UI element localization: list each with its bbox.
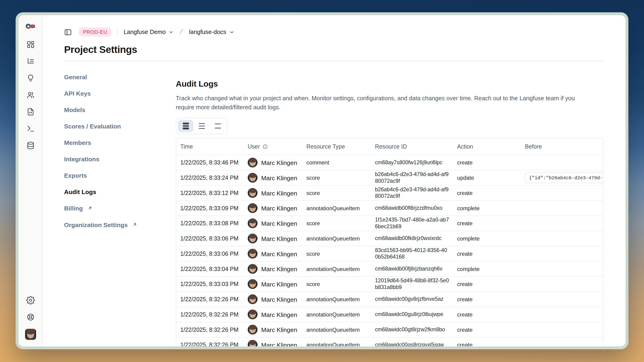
cell-time: 1/22/2025, 8:33:09 PM: [176, 201, 244, 216]
cell-user: Marc Klingen: [244, 246, 302, 261]
row-height-tall-icon[interactable]: [210, 120, 226, 132]
file-code-icon[interactable]: [26, 107, 35, 117]
cell-time: 1/22/2025, 8:32:26 PM: [176, 292, 244, 307]
user-avatar: [248, 294, 258, 304]
arrow-up-right-icon: [88, 206, 92, 210]
trace-tree-icon[interactable]: [26, 57, 35, 66]
cell-before: [521, 292, 603, 307]
lightbulb-icon[interactable]: [26, 73, 35, 83]
breadcrumb: PROD-EU Langfuse Demo langfuse-docs: [64, 26, 603, 37]
cell-time: 1/22/2025, 8:33:06 PM: [176, 246, 244, 261]
user-avatar: [248, 264, 258, 274]
settings-nav-item-audit-logs[interactable]: Audit Logs: [64, 188, 176, 196]
cell-action: create: [453, 185, 521, 201]
settings-nav-item-general[interactable]: General: [64, 72, 176, 81]
cell-resource-id: 83cd1563-bb95-4012-8356-400b52b64168: [371, 246, 453, 261]
cell-action: complete: [453, 201, 521, 216]
user-name: Marc Klingen: [261, 296, 297, 303]
table-row: 1/22/2025, 8:33:24 PM Marc Klingen score…: [176, 170, 603, 185]
project-dropdown[interactable]: langfuse-docs: [189, 29, 234, 35]
settings-nav-item-organization-settings[interactable]: Organization Settings: [64, 220, 176, 229]
cell-resource-id: cm68ay7s800fw126j9uri6lpc: [371, 155, 453, 170]
cell-before: [521, 201, 603, 216]
table-row: 1/22/2025, 8:33:04 PM Marc Klingen annot…: [176, 261, 603, 277]
table-row: 1/22/2025, 8:33:12 PM Marc Klingen score…: [176, 185, 603, 201]
cell-time: 1/22/2025, 8:32:26 PM: [176, 337, 244, 347]
user-avatar: [248, 218, 258, 228]
settings-nav-item-billing[interactable]: Billing: [64, 204, 176, 212]
cell-resource-id: cm68awidc00gv8rjzfbnve5az: [371, 292, 453, 307]
dashboard-grid-icon[interactable]: [26, 40, 35, 49]
user-name: Marc Klingen: [261, 189, 297, 196]
user-avatar: [248, 203, 258, 213]
section-title: Audit Logs: [176, 79, 603, 89]
settings-nav-item-api-keys[interactable]: API Keys: [64, 89, 176, 97]
user-avatar: [248, 249, 258, 259]
cell-resource-id: cm68awidb00fl8rjzzdfmu0xo: [371, 201, 453, 216]
cell-action: create: [453, 246, 521, 261]
terminal-icon[interactable]: [26, 124, 35, 133]
cell-user: Marc Klingen: [244, 201, 302, 216]
settings-nav-item-members[interactable]: Members: [64, 138, 176, 147]
organization-dropdown[interactable]: Langfuse Demo: [124, 29, 174, 35]
content-area: PROD-EU Langfuse Demo langfuse-docs Proj…: [43, 15, 626, 347]
user-avatar: [248, 340, 258, 347]
settings-nav-item-exports[interactable]: Exports: [64, 171, 176, 179]
user-name: Marc Klingen: [261, 235, 297, 242]
settings-nav-item-integrations[interactable]: Integrations: [64, 155, 176, 163]
cell-before: [521, 337, 603, 347]
organization-name: Langfuse Demo: [124, 29, 166, 35]
column-header-before: Before: [521, 138, 603, 155]
before-json-preview[interactable]: {"id":"b26ab4c6-d2e3-479d-a: [525, 172, 603, 183]
cell-before: [521, 155, 603, 170]
cell-time: 1/22/2025, 8:33:24 PM: [176, 170, 244, 185]
settings-nav-item-scores-evaluation[interactable]: Scores / Evaluation: [64, 122, 176, 130]
cell-resource-id: cm68awidb00fk8rjz0wxixrdc: [371, 231, 453, 246]
cell-time: 1/22/2025, 8:33:06 PM: [176, 231, 244, 246]
cell-resource-id: cm68awidb00fj8rjzbanzqh6v: [371, 261, 453, 277]
user-name: Marc Klingen: [261, 159, 297, 166]
user-avatar: [248, 234, 258, 244]
environment-badge: PROD-EU: [79, 27, 111, 36]
settings-nav-item-models[interactable]: Models: [64, 106, 176, 114]
info-icon[interactable]: [262, 144, 268, 149]
chevron-down-icon: [168, 29, 174, 35]
table-row: 1/22/2025, 8:32:26 PM Marc Klingen annot…: [176, 322, 603, 337]
cell-time: 1/22/2025, 8:33:03 PM: [176, 277, 244, 292]
user-avatar: [248, 310, 258, 320]
settings-gear-icon[interactable]: [26, 296, 35, 305]
cell-action: create: [453, 292, 521, 307]
row-density-toggle: [176, 118, 228, 134]
table-row: 1/22/2025, 8:33:09 PM Marc Klingen annot…: [176, 201, 603, 216]
user-avatar[interactable]: [25, 329, 36, 340]
cell-resource-id: b26ab4c6-d2e3-479d-ad4d-af980072ac9f: [371, 185, 453, 201]
cell-action: create: [453, 337, 521, 347]
user-name: Marc Klingen: [261, 281, 297, 287]
table-row: 1/22/2025, 8:33:06 PM Marc Klingen score…: [176, 246, 603, 261]
user-name: Marc Klingen: [261, 205, 297, 212]
users-icon[interactable]: [26, 90, 35, 100]
icon-sidebar: [18, 15, 43, 347]
langfuse-logo[interactable]: [26, 23, 35, 30]
support-lifebuoy-icon[interactable]: [26, 312, 35, 322]
cell-resource-type: annotationQueueItem: [302, 231, 371, 246]
database-icon[interactable]: [26, 141, 35, 150]
cell-before: [521, 231, 603, 246]
table-row: 1/22/2025, 8:33:03 PM Marc Klingen score…: [176, 277, 603, 292]
sidebar-toggle-icon[interactable]: [64, 28, 72, 36]
cell-action: create: [453, 277, 521, 292]
user-name: Marc Klingen: [261, 250, 297, 257]
table-header-row: Time User Resource Type Resource ID Acti…: [176, 138, 603, 155]
user-avatar: [248, 188, 258, 198]
row-height-medium-icon[interactable]: [194, 120, 210, 132]
table-row: 1/22/2025, 8:32:26 PM Marc Klingen annot…: [176, 307, 603, 322]
table-row: 1/22/2025, 8:33:08 PM Marc Klingen score…: [176, 216, 603, 231]
row-height-compact-icon[interactable]: [178, 120, 194, 132]
cell-resource-id: cm68awidc00gu8rjz0lbujwpe: [371, 307, 453, 322]
cell-user: Marc Klingen: [244, 231, 302, 246]
user-avatar: [248, 173, 258, 183]
section-description: Track who changed what in your project a…: [176, 94, 590, 112]
cell-action: create: [453, 155, 521, 170]
cell-time: 1/22/2025, 8:32:26 PM: [176, 307, 244, 322]
page-title: Project Settings: [64, 44, 603, 55]
